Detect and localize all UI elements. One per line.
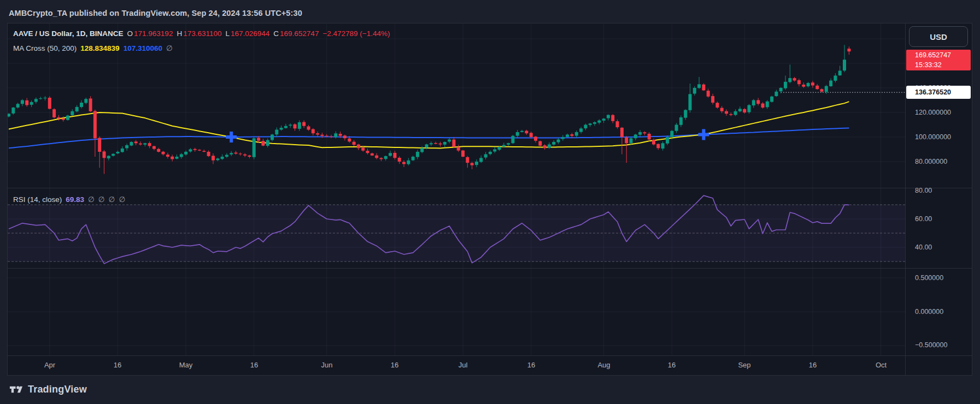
axis-label-120: 120.000000 <box>915 109 951 116</box>
lower-axis-label-neg05: −0.500000 <box>915 341 947 349</box>
axis-label-80: 80.000000 <box>915 158 947 165</box>
publish-info-bar: AMBCrypto_TA published on TradingView.co… <box>9 7 302 20</box>
brand-name: TradingView <box>28 384 87 395</box>
time-axis-label: Apr <box>44 361 55 369</box>
rsi-empty-3: ∅ <box>109 195 115 204</box>
brand-bar[interactable]: TradingView <box>9 382 87 397</box>
chart-plot-area[interactable] <box>8 23 905 355</box>
time-axis-label: 16 <box>527 361 535 369</box>
candles-layer <box>8 45 850 174</box>
time-axis-label: 16 <box>668 361 676 369</box>
time-axis-label: Jul <box>459 361 468 369</box>
rsi-axis-label-40: 40.00 <box>915 243 932 251</box>
time-axis-label: Aug <box>597 361 610 369</box>
low-value: 167.026944 <box>231 29 269 38</box>
lower-axis-label-0: 0.000000 <box>915 308 943 316</box>
rsi-legend[interactable]: RSI (14, close) 69.83 ∅ ∅ ∅ ∅ <box>13 195 125 204</box>
rsi-axis-label-80: 80.00 <box>915 187 932 194</box>
tradingview-logo-icon <box>9 382 24 397</box>
ma-cross-legend[interactable]: MA Cross (50, 200) 128.834839 107.310060… <box>13 44 173 52</box>
rsi-empty-4: ∅ <box>119 195 125 204</box>
time-axis-label: 16 <box>391 361 398 369</box>
price-scale[interactable]: USD 169.652747 15:33:32 140.000000 136.3… <box>905 23 972 375</box>
bar-countdown: 15:33:32 <box>915 60 971 70</box>
time-axis-label: 16 <box>114 361 121 369</box>
ma-cross-empty-value: ∅ <box>166 44 173 52</box>
currency-toggle-button[interactable]: USD <box>909 26 968 47</box>
time-axis-label: Jun <box>321 361 333 369</box>
last-price-value: 169.652747 <box>915 50 971 60</box>
time-axis-label: 16 <box>809 361 817 369</box>
tradingview-snapshot-page: { "publish_bar": { "text": "AMBCrypto_TA… <box>0 0 980 404</box>
rsi-value: 69.83 <box>66 195 84 204</box>
symbol-title: AAVE / US Dollar, 1D, BINANCE <box>13 29 124 38</box>
rsi-axis-label-60: 60.00 <box>915 215 932 223</box>
high-value: 173.631100 <box>183 29 221 38</box>
tracked-price-badge: 136.376520 <box>906 86 971 99</box>
time-axis-separator <box>8 355 972 356</box>
ma-cross-title: MA Cross (50, 200) <box>13 44 77 52</box>
pane-separator-price-rsi[interactable] <box>8 188 972 188</box>
close-value: 169.652747 <box>280 29 319 38</box>
rsi-title: RSI (14, close) <box>13 195 62 204</box>
pane-separator-rsi-lower[interactable] <box>8 268 972 269</box>
time-axis-label: 16 <box>250 361 258 369</box>
close-key: C <box>273 29 279 38</box>
grid-layer <box>8 23 905 355</box>
time-axis-label: Oct <box>876 361 887 369</box>
time-axis-label: May <box>179 361 193 369</box>
lower-axis-label-05: 0.500000 <box>915 274 943 282</box>
open-key: O <box>127 29 133 38</box>
symbol-legend[interactable]: AAVE / US Dollar, 1D, BINANCE O171.96319… <box>13 29 390 38</box>
open-value: 171.963192 <box>134 29 173 38</box>
high-key: H <box>177 29 182 38</box>
ma50-value: 128.834839 <box>80 44 119 52</box>
time-axis-label: Sep <box>738 361 750 369</box>
last-price-badge: 169.652747 15:33:32 <box>906 50 971 70</box>
low-key: L <box>225 29 230 38</box>
ma200-line <box>9 128 849 148</box>
rsi-empty-1: ∅ <box>88 195 95 204</box>
axis-label-100: 100.000000 <box>915 133 951 141</box>
change-value: −2.472789 (−1.44%) <box>322 29 390 38</box>
rsi-empty-2: ∅ <box>98 195 105 204</box>
ma200-value: 107.310060 <box>124 44 162 52</box>
chart-widget: AAVE / US Dollar, 1D, BINANCE O171.96319… <box>7 23 972 376</box>
